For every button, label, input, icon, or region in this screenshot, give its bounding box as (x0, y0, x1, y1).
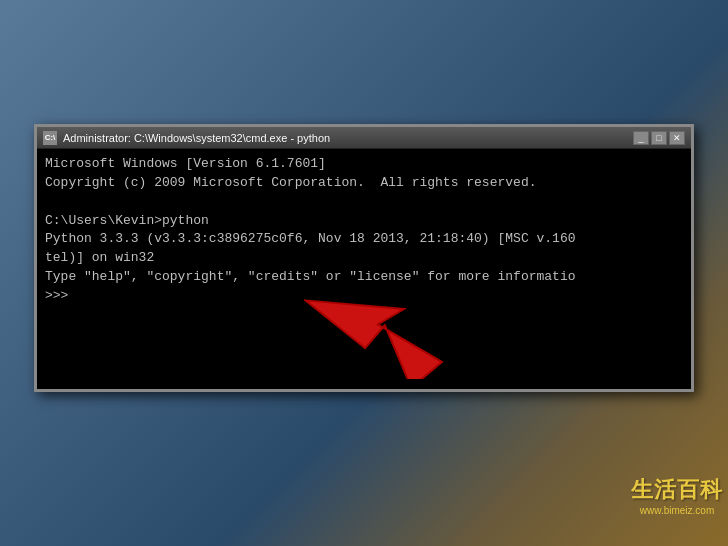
watermark-chinese: 生活百科 www.bimeiz.com (631, 475, 723, 516)
cmd-body[interactable]: Microsoft Windows [Version 6.1.7601] Cop… (37, 149, 691, 389)
cmd-titlebar: C:\ Administrator: C:\Windows\system32\c… (37, 127, 691, 149)
maximize-button[interactable]: □ (651, 131, 667, 145)
red-arrow-icon (304, 219, 504, 379)
terminal-line-3 (45, 193, 683, 212)
minimize-button[interactable]: _ (633, 131, 649, 145)
svg-marker-0 (305, 255, 445, 379)
watermark-cn-row1: 生活百科 (631, 475, 723, 505)
cmd-icon: C:\ (43, 131, 57, 145)
close-button[interactable]: ✕ (669, 131, 685, 145)
watermark-url: www.bimeiz.com (631, 505, 723, 516)
cmd-icon-label: C:\ (45, 133, 56, 142)
cmd-title-text: Administrator: C:\Windows\system32\cmd.e… (63, 132, 627, 144)
page-wrapper: C:\ Administrator: C:\Windows\system32\c… (0, 0, 728, 546)
cmd-window: C:\ Administrator: C:\Windows\system32\c… (34, 124, 694, 392)
terminal-line-2: Copyright (c) 2009 Microsoft Corporation… (45, 174, 683, 193)
terminal-line-1: Microsoft Windows [Version 6.1.7601] (45, 155, 683, 174)
arrow-container (304, 219, 504, 379)
cmd-controls[interactable]: _ □ ✕ (633, 131, 685, 145)
